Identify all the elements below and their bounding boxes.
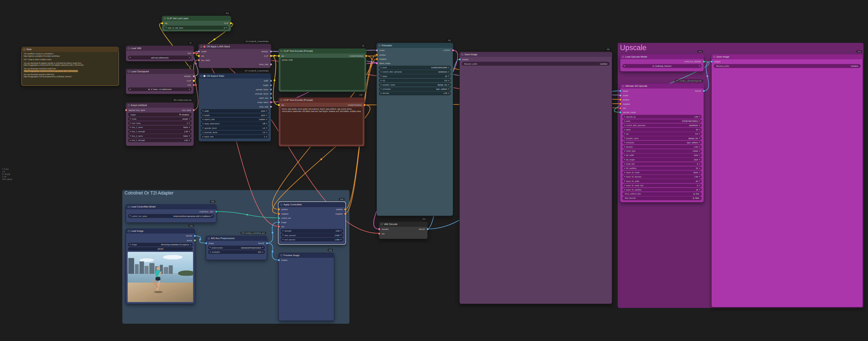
node-header[interactable]: Save Image [711, 54, 863, 59]
widget-tile-padding[interactable]: ◀tile_padding32▶ [622, 166, 702, 170]
vae-input-dot[interactable] [619, 107, 621, 109]
lora-stack-output-dot[interactable] [193, 109, 194, 111]
collapse-icon[interactable] [128, 206, 130, 208]
input-lora-stack[interactable]: lora_stack [198, 58, 210, 62]
node-clip-text-encode-positive[interactable]: #9CLIP Text Encode (Prompt)clipCONDITION… [279, 49, 367, 92]
input-samples[interactable]: samples [379, 227, 389, 231]
input-images[interactable]: images [279, 258, 287, 262]
image-input-dot[interactable] [278, 221, 280, 223]
output-clip[interactable]: CLIP [224, 21, 231, 26]
collapse-icon[interactable] [622, 85, 624, 87]
widget-model-name[interactable]: ◀4x_foolhardy_Remacri▶ [622, 64, 702, 68]
negative-input-dot[interactable] [619, 103, 621, 105]
decrement-arrow[interactable]: ◀ [210, 251, 211, 253]
node-load-upscale-model[interactable]: #13Load Upscale ModelUPSCALE_MODEL◀4x_fo… [620, 54, 704, 72]
increment-arrow[interactable]: ▶ [448, 80, 450, 81]
increment-arrow[interactable]: ▶ [190, 244, 191, 245]
increment-arrow[interactable]: ▶ [699, 65, 700, 67]
widget-mode[interactable]: ◀modesimple▶ [128, 117, 192, 121]
widget-strength[interactable]: ◀strength0.90▶ [281, 229, 343, 233]
node-cr-apply-lora-stack[interactable]: #5 Comfyroll_CustomNodesCR Apply LoRA St… [198, 44, 271, 68]
collapse-icon[interactable] [200, 75, 202, 77]
samples-input-dot[interactable] [378, 228, 380, 230]
input-model[interactable]: model [377, 49, 384, 53]
input-image[interactable]: image [279, 220, 286, 225]
increment-arrow[interactable]: ▶ [266, 123, 268, 124]
node-header[interactable]: Load Image [126, 228, 195, 233]
decrement-arrow[interactable]: ◀ [129, 88, 131, 90]
widget-tile-width[interactable]: ◀tile_width1024▶ [622, 153, 702, 158]
decrement-arrow[interactable]: ◀ [165, 27, 167, 28]
node-ultimate-sd-upscale[interactable]: #17 comfyui_ultimatesdupscaleUltimate SD… [620, 83, 704, 202]
input-latent-image[interactable]: latent_image [377, 61, 390, 65]
widget-vae-name[interactable]: ◀sdxl-vae.safetensors▶ [128, 56, 192, 59]
increment-arrow[interactable]: ▶ [699, 133, 700, 135]
decrement-arrow[interactable]: ◀ [624, 176, 625, 177]
decrement-arrow[interactable]: ◀ [624, 163, 625, 165]
output-image[interactable]: IMAGE [419, 227, 428, 231]
note-link[interactable]: https://huggingface.co/xinsir/controlnet… [24, 70, 78, 72]
node-header[interactable]: AIO Aux Preprocessor [206, 236, 267, 241]
collapse-icon[interactable] [280, 99, 282, 101]
increment-arrow[interactable]: ▶ [448, 67, 450, 68]
decrement-arrow[interactable]: ◀ [129, 131, 131, 133]
node-header[interactable]: CLIP Text Encode (Prompt) [279, 49, 367, 54]
latent-output-dot[interactable] [452, 50, 454, 51]
widget-seed[interactable]: ◀seed616055330510996▶ [379, 66, 451, 69]
increment-arrow[interactable]: ▶ [699, 146, 700, 148]
widget-num-loras[interactable]: ◀num_loras2▶ [128, 121, 192, 125]
prescale-factor-output-dot[interactable] [270, 93, 272, 95]
node-header[interactable]: CR Aspect Ratio [198, 74, 271, 79]
output-lora-stack[interactable]: lora_stack [182, 108, 194, 112]
decrement-arrow[interactable]: ◀ [129, 140, 131, 141]
widget-height[interactable]: ◀height1024▶ [201, 113, 269, 117]
vae-input-dot[interactable] [378, 233, 380, 234]
widget-sampler-name[interactable]: ◀sampler_namedpmpp_2m▶ [622, 136, 702, 140]
widget-batch-size[interactable]: ◀batch_size1▶ [201, 135, 269, 139]
widget-lora-2-name[interactable]: ◀lora_2_nameNone▶ [128, 134, 192, 138]
node-header[interactable]: Load Upscale Model [620, 54, 704, 59]
increment-arrow[interactable]: ▶ [699, 189, 700, 191]
clip-input-dot[interactable] [278, 55, 280, 57]
decrement-arrow[interactable]: ◀ [129, 135, 131, 137]
increment-arrow[interactable]: ▶ [189, 122, 190, 124]
widget-seam-fix-mode[interactable]: ◀seam_fix_modeNone▶ [622, 171, 702, 174]
widget-upload[interactable]: upload [128, 247, 193, 251]
input-positive[interactable]: positive [279, 207, 288, 211]
output-model[interactable]: MODEL [184, 74, 194, 79]
widget-scheduler[interactable]: ◀schedulersgm_uniform▶ [379, 87, 451, 91]
node-preview-image[interactable]: #29Preview Imageimages [279, 253, 334, 321]
increment-arrow[interactable]: ▶ [699, 116, 700, 117]
increment-arrow[interactable]: ▶ [212, 216, 213, 217]
input-clip[interactable]: clip [198, 54, 204, 58]
increment-arrow[interactable]: ▶ [266, 119, 268, 120]
increment-arrow[interactable]: ▶ [448, 71, 450, 73]
widget-stop-at-clip-layer[interactable]: ◀stop_at_clip_layer-2▶ [164, 26, 229, 30]
output-upscale-factor[interactable]: upscale_factor [256, 87, 271, 92]
increment-arrow[interactable]: ▶ [699, 185, 700, 186]
widget-tiled-decode[interactable]: tiled_decodefalse [622, 196, 702, 200]
prompt-textarea[interactable]: woman, smile [280, 58, 365, 90]
widget-steps[interactable]: ◀steps25▶ [379, 74, 451, 78]
vae-output-dot[interactable] [193, 52, 194, 54]
decrement-arrow[interactable]: ◀ [624, 180, 625, 182]
widget-filename-prefix[interactable]: filename_prefixComfyUI [713, 64, 861, 68]
conditioning-output-dot[interactable] [363, 104, 365, 106]
optional-lora-stack-input-dot[interactable] [125, 109, 127, 111]
decrement-arrow[interactable]: ◀ [210, 247, 211, 249]
decrement-arrow[interactable]: ◀ [282, 234, 283, 236]
output-vae[interactable]: VAE [187, 51, 193, 55]
decrement-arrow[interactable]: ◀ [624, 159, 625, 160]
decrement-arrow[interactable]: ◀ [380, 84, 381, 86]
decrement-arrow[interactable]: ◀ [624, 150, 625, 152]
widget-force-uniform-tiles[interactable]: force_uniform_tilestrue [622, 192, 702, 196]
increment-arrow[interactable]: ▶ [189, 135, 190, 137]
node-header[interactable]: Preview Image [279, 253, 334, 258]
clip-output-dot[interactable] [270, 55, 272, 57]
show-help-output-dot[interactable] [270, 106, 272, 108]
widget-upscale-factor[interactable]: ◀upscale_factor1.0▶ [201, 126, 269, 130]
increment-arrow[interactable]: ▶ [341, 230, 342, 232]
output-empty-latent[interactable]: empty_latent [257, 100, 271, 105]
decrement-arrow[interactable]: ◀ [282, 239, 283, 240]
widget-lora-1-name[interactable]: ◀lora_1_nameNone▶ [128, 125, 192, 129]
